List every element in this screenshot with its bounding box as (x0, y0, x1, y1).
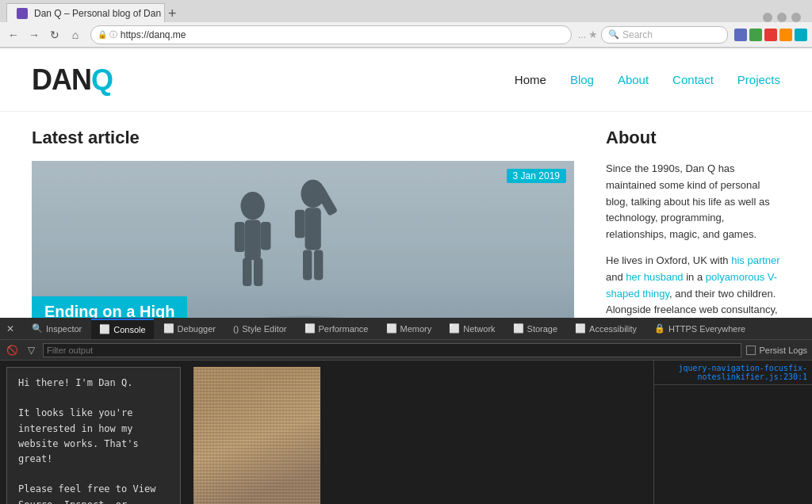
devtools-panel: ✕ 🔍 Inspector ⬜ Console ⬜ Debugger () St… (0, 318, 812, 504)
maximize-button[interactable] (777, 13, 787, 22)
extension-icon-3[interactable] (764, 29, 777, 41)
site-nav: Home Blog About Contact Projects (515, 73, 780, 86)
toolbar-action-buttons (734, 29, 807, 41)
devtools-tab-console[interactable]: ⬜ Console (91, 319, 153, 339)
site-body: Latest article (0, 112, 812, 318)
about-text: Since the 1990s, Dan Q has maintained so… (606, 161, 780, 318)
site-header: DANQ Home Blog About Contact Projects (0, 48, 812, 112)
nav-about[interactable]: About (618, 73, 649, 86)
network-label: Network (463, 324, 495, 334)
extension-icon-4[interactable] (779, 29, 792, 41)
extension-icon-1[interactable] (734, 29, 747, 41)
console-label: Console (113, 325, 145, 334)
about-para2-mid1: and (606, 271, 626, 283)
sidebar: About Since the 1990s, Dan Q has maintai… (606, 128, 780, 318)
refresh-button[interactable]: ↻ (46, 26, 63, 44)
devtools-tab-accessibility[interactable]: ⬜ Accessibility (567, 319, 645, 339)
back-button[interactable]: ← (5, 26, 22, 44)
persist-logs: Persist Logs (746, 346, 807, 355)
tab-bar: Dan Q – Personal blog of Dan Q: ha... ✕ … (0, 0, 812, 22)
svg-rect-14 (32, 161, 574, 318)
article-svg (32, 161, 574, 318)
filter-input[interactable] (43, 343, 741, 357)
persist-logs-label: Persist Logs (759, 346, 807, 355)
extension-icon-2[interactable] (749, 29, 762, 41)
devtools-controls: 🚫 ▽ Persist Logs (0, 340, 812, 361)
new-tab-button[interactable]: + (168, 6, 177, 22)
address-lock-icons: 🔒 ⓘ (98, 29, 117, 40)
nav-contact[interactable]: Contact (672, 73, 714, 86)
memory-label: Memory (400, 324, 432, 334)
tab-title: Dan Q – Personal blog of Dan Q: ha... (34, 8, 165, 19)
devtools-tab-debugger[interactable]: ⬜ Debugger (155, 319, 224, 339)
console-message-box: Hi there! I'm Dan Q. It looks like you'r… (6, 367, 181, 504)
tab-favicon (17, 8, 28, 19)
forward-button[interactable]: → (25, 26, 43, 44)
devtools-tab-memory[interactable]: ⬜ Memory (378, 319, 440, 339)
latest-article-title: Latest article (32, 128, 574, 148)
storage-icon: ⬜ (513, 323, 524, 334)
search-icon: 🔍 (608, 29, 619, 40)
devtools-tab-storage[interactable]: ⬜ Storage (505, 319, 566, 339)
address-bar[interactable]: 🔒 ⓘ https://danq.me (90, 25, 572, 44)
error-line-ref[interactable]: jquery-navigation-focusfix-noteslinkifie… (654, 361, 812, 385)
address-url: https://danq.me (121, 29, 565, 40)
website-content: DANQ Home Blog About Contact Projects La… (0, 48, 812, 318)
pixel-face (193, 367, 320, 504)
about-link-partner[interactable]: his partner (731, 254, 779, 266)
console-message-text: Hi there! I'm Dan Q. It looks like you'r… (18, 376, 169, 504)
article-card[interactable]: 3 Jan 2019 Ending on a High (32, 161, 574, 318)
close-button[interactable] (791, 13, 801, 22)
nav-home[interactable]: Home (515, 73, 546, 86)
about-link-husband[interactable]: her husband (626, 271, 683, 283)
minimize-button[interactable] (763, 13, 772, 22)
browser-toolbar: ← → ↻ ⌂ 🔒 ⓘ https://danq.me ... ★ 🔍 Sear… (0, 22, 812, 48)
performance-label: Performance (319, 324, 369, 334)
inspector-icon: 🔍 (32, 323, 43, 334)
toolbar-extras: ... ★ (578, 29, 598, 40)
bookmark-star[interactable]: ★ (588, 29, 598, 40)
logo-accent: Q (91, 63, 113, 96)
search-placeholder: Search (622, 29, 653, 40)
article-date: 3 Jan 2019 (507, 169, 566, 183)
accessibility-icon: ⬜ (575, 323, 586, 334)
avatar-image (193, 367, 320, 504)
browser-tab[interactable]: Dan Q – Personal blog of Dan Q: ha... ✕ (6, 3, 165, 22)
network-icon: ⬜ (449, 323, 460, 334)
devtools-close-btn[interactable]: ✕ (3, 322, 17, 336)
about-paragraph-2: He lives in Oxford, UK with his partner … (606, 253, 780, 318)
about-para2-mid2: in a (684, 271, 706, 283)
accessibility-label: Accessibility (589, 324, 637, 334)
style-editor-icon: () (233, 324, 239, 334)
nav-blog[interactable]: Blog (570, 73, 594, 86)
about-section-title: About (606, 128, 780, 148)
devtools-tab-network[interactable]: ⬜ Network (441, 319, 503, 339)
clear-console-button[interactable]: 🚫 (5, 343, 19, 357)
home-button[interactable]: ⌂ (67, 26, 84, 44)
main-content: Latest article (32, 128, 574, 318)
devtools-tabs: ✕ 🔍 Inspector ⬜ Console ⬜ Debugger () St… (0, 318, 812, 340)
browser-chrome: Dan Q – Personal blog of Dan Q: ha... ✕ … (0, 0, 812, 48)
site-logo: DANQ (32, 63, 113, 97)
performance-icon: ⬜ (304, 323, 316, 334)
inspector-label: Inspector (46, 324, 82, 334)
article-image (32, 161, 574, 318)
nav-projects[interactable]: Projects (737, 73, 780, 86)
console-icon: ⬜ (99, 324, 110, 334)
devtools-tab-style-editor[interactable]: () Style Editor (225, 319, 295, 339)
extension-icon-5[interactable] (795, 29, 807, 41)
storage-label: Storage (527, 324, 558, 334)
about-paragraph-1: Since the 1990s, Dan Q has maintained so… (606, 161, 780, 243)
dots-menu[interactable]: ... (578, 29, 586, 40)
devtools-tab-https[interactable]: 🔒 HTTPS Everywhere (646, 319, 753, 339)
devtools-tab-performance[interactable]: ⬜ Performance (297, 319, 377, 339)
debugger-label: Debugger (178, 324, 216, 334)
https-icon: 🔒 (654, 323, 665, 334)
search-bar[interactable]: 🔍 Search (601, 26, 728, 44)
console-scroll-area (654, 385, 812, 504)
filter-icon: ▽ (24, 343, 38, 357)
about-para2-pre: He lives in Oxford, UK with (606, 254, 731, 266)
persist-checkbox[interactable] (746, 346, 756, 355)
devtools-tab-inspector[interactable]: 🔍 Inspector (24, 319, 90, 339)
debugger-icon: ⬜ (163, 323, 174, 334)
